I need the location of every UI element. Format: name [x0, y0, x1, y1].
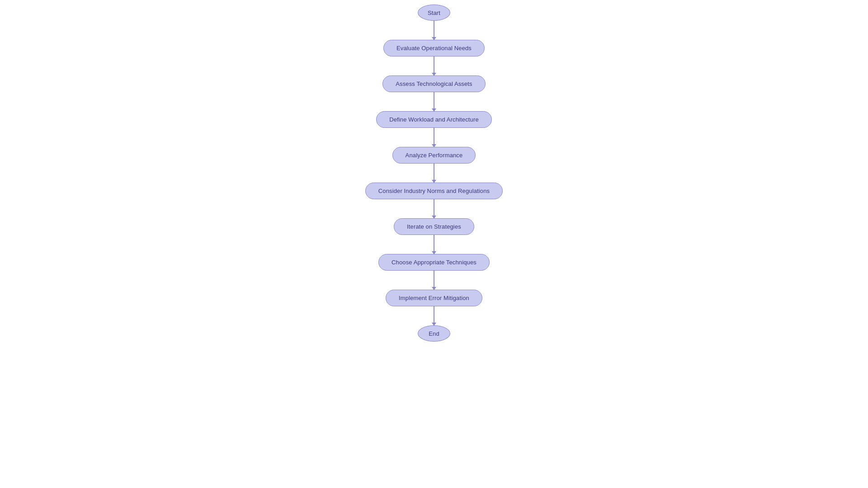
node-define[interactable]: Define Workload and Architecture [376, 111, 492, 128]
node-assess-label: Assess Technological Assets [396, 80, 472, 87]
connector-3 [434, 92, 434, 111]
node-iterate[interactable]: Iterate on Strategies [394, 218, 474, 235]
connector-7 [434, 235, 434, 254]
node-end-label: End [429, 330, 439, 337]
node-consider[interactable]: Consider Industry Norms and Regulations [365, 183, 503, 199]
connector-2 [434, 56, 434, 75]
connector-9 [434, 306, 434, 325]
node-end[interactable]: End [418, 325, 450, 342]
connector-1 [434, 21, 434, 40]
connector-8 [434, 271, 434, 290]
node-iterate-label: Iterate on Strategies [407, 223, 461, 230]
connector-5 [434, 164, 434, 183]
node-define-label: Define Workload and Architecture [389, 116, 479, 123]
node-analyze[interactable]: Analyze Performance [392, 147, 476, 164]
node-evaluate[interactable]: Evaluate Operational Needs [383, 40, 485, 56]
node-implement[interactable]: Implement Error Mitigation [386, 290, 482, 306]
connector-6 [434, 199, 434, 218]
node-choose[interactable]: Choose Appropriate Techniques [378, 254, 490, 271]
node-assess[interactable]: Assess Technological Assets [382, 75, 485, 92]
connector-4 [434, 128, 434, 147]
node-start-label: Start [428, 9, 440, 16]
node-implement-label: Implement Error Mitigation [399, 295, 469, 301]
node-evaluate-label: Evaluate Operational Needs [396, 45, 472, 52]
node-start[interactable]: Start [418, 5, 450, 21]
node-consider-label: Consider Industry Norms and Regulations [378, 188, 490, 194]
node-analyze-label: Analyze Performance [406, 152, 463, 159]
flowchart: Start Evaluate Operational Needs Assess … [365, 0, 503, 342]
node-choose-label: Choose Appropriate Techniques [392, 259, 476, 266]
